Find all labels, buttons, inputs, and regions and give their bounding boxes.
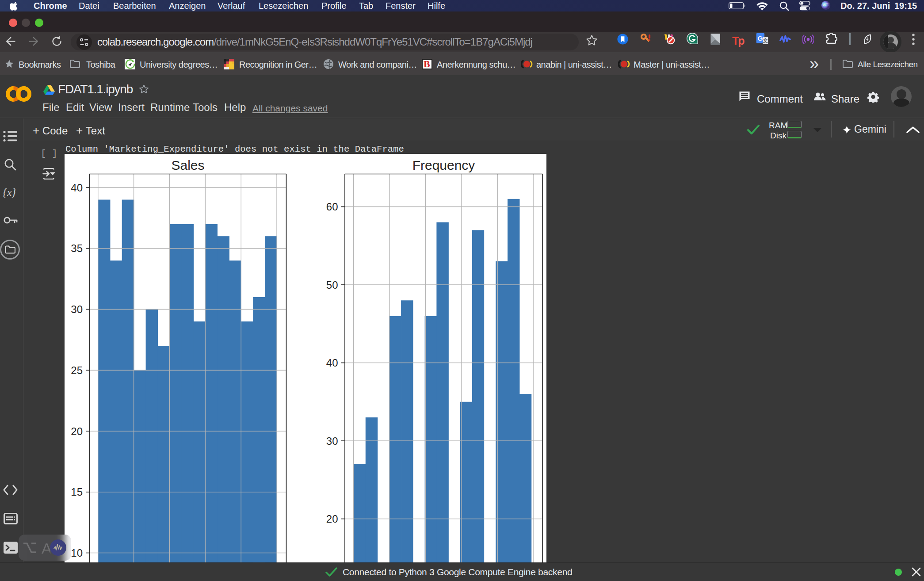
svg-text:G: G (758, 34, 763, 42)
svg-text:Sales: Sales (171, 158, 204, 172)
svg-text:10: 10 (71, 547, 83, 559)
svg-text:40: 40 (71, 182, 83, 194)
svg-text:20: 20 (71, 425, 83, 437)
svg-text:40: 40 (326, 357, 338, 369)
svg-text:A: A (42, 541, 50, 555)
svg-text:50: 50 (326, 279, 338, 291)
svg-text:文: 文 (762, 37, 768, 44)
svg-text:15: 15 (71, 486, 83, 498)
svg-text:35: 35 (71, 242, 83, 254)
svg-text:25: 25 (71, 364, 83, 376)
svg-text:30: 30 (71, 303, 83, 315)
svg-text:20: 20 (326, 513, 338, 525)
svg-text:30: 30 (326, 435, 338, 447)
svg-text:60: 60 (326, 201, 338, 213)
svg-text:Frequency: Frequency (412, 158, 475, 172)
